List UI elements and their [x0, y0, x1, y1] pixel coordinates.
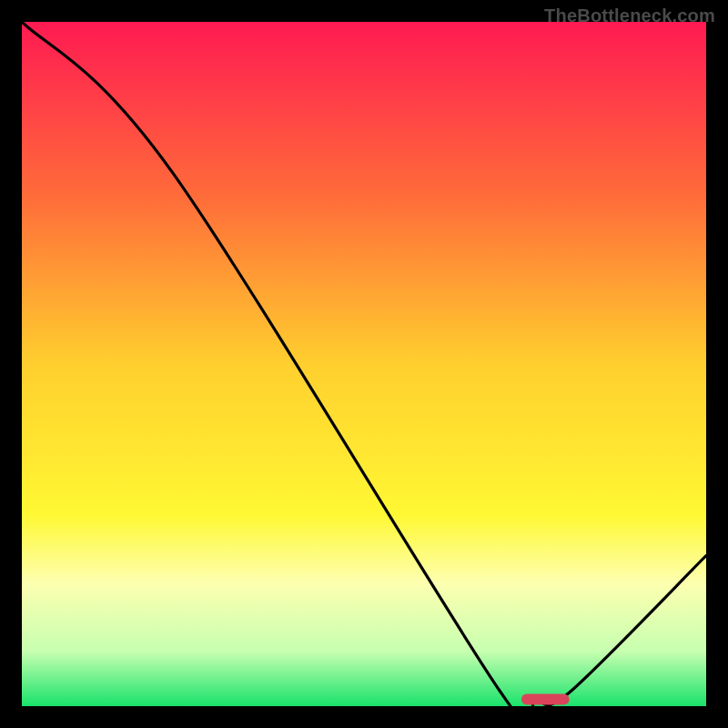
chart-container: TheBottleneck.com [0, 0, 728, 728]
plot-area [22, 22, 706, 706]
gradient-rect [22, 22, 706, 706]
plot-svg [22, 22, 706, 706]
optimal-range-marker [521, 694, 570, 705]
